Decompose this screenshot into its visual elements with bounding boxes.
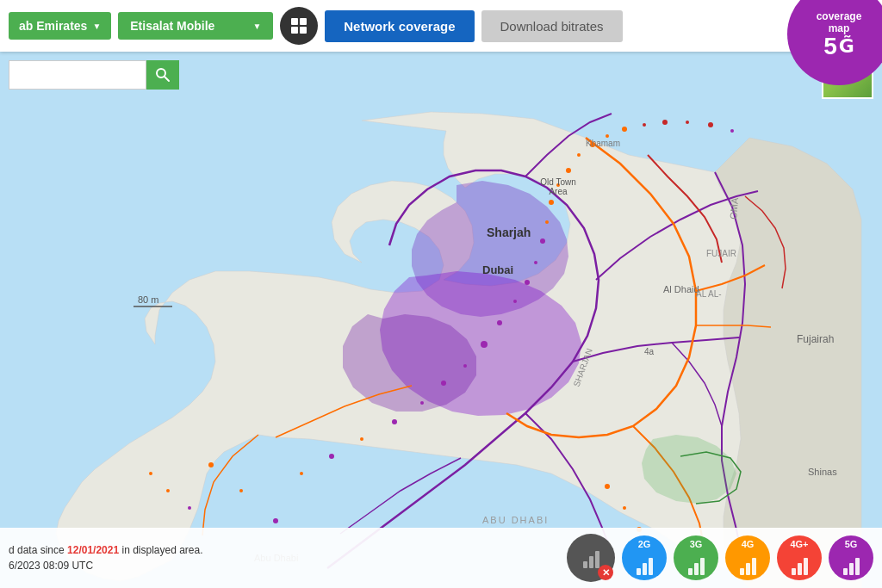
data-date: 12/01/2021 xyxy=(67,544,119,556)
svg-point-22 xyxy=(540,238,545,244)
legend-3g[interactable]: 3G xyxy=(674,535,718,580)
network-coverage-button[interactable]: Network coverage xyxy=(325,10,474,42)
svg-point-19 xyxy=(513,300,517,303)
svg-text:Fujairah: Fujairah xyxy=(797,333,834,345)
country-selector[interactable]: ab Emirates ▼ xyxy=(9,12,111,40)
search-bar xyxy=(9,60,179,90)
legend-2g[interactable]: 2G xyxy=(622,535,667,580)
legend-4g-plus[interactable]: 4G+ xyxy=(777,535,822,580)
map-area[interactable]: Sharjah Dubai Old Town Area Fujairah Al … xyxy=(0,52,882,588)
data-text2: in displayed area. xyxy=(121,544,202,556)
svg-text:ABU DHABI: ABU DHABI xyxy=(482,515,549,525)
svg-text:FUJAIR: FUJAIR xyxy=(706,249,736,258)
svg-point-17 xyxy=(481,341,488,348)
search-input[interactable] xyxy=(9,60,146,90)
svg-text:Khamam: Khamam xyxy=(586,139,620,148)
svg-text:80 m: 80 m xyxy=(138,294,158,305)
svg-point-37 xyxy=(166,489,170,492)
legend-4g-plus-label: 4G+ xyxy=(790,539,808,549)
svg-point-29 xyxy=(606,134,609,138)
svg-point-10 xyxy=(300,472,303,475)
svg-point-23 xyxy=(545,220,549,224)
svg-text:Old Town: Old Town xyxy=(540,177,576,187)
svg-point-18 xyxy=(497,320,502,325)
svg-point-24 xyxy=(549,200,554,205)
svg-point-7 xyxy=(208,462,214,467)
svg-point-30 xyxy=(622,127,627,132)
legend-2g-label: 2G xyxy=(638,539,651,549)
svg-text:Sharjah: Sharjah xyxy=(487,226,531,239)
svg-point-20 xyxy=(525,280,530,285)
coverage-badge-line1: coverage xyxy=(817,10,862,22)
svg-text:Area: Area xyxy=(549,187,568,196)
svg-point-33 xyxy=(686,121,689,124)
svg-rect-0 xyxy=(291,18,298,25)
legend-5g[interactable]: 5G xyxy=(829,535,873,580)
coverage-x-icon: ✕ xyxy=(598,565,613,580)
svg-text:Dubai: Dubai xyxy=(482,263,513,276)
svg-point-36 xyxy=(149,472,152,475)
svg-point-21 xyxy=(534,261,537,264)
coverage-badge-5g: 5 xyxy=(823,34,837,59)
legend-5g-label: 5G xyxy=(845,539,858,549)
coverage-wifi-icon: G̃ xyxy=(839,35,854,58)
svg-point-13 xyxy=(392,419,397,424)
svg-point-31 xyxy=(643,123,646,127)
operator-label: Etisalat Mobile xyxy=(130,19,214,33)
svg-point-26 xyxy=(566,168,571,173)
coverage-toggle-button[interactable]: ✕ xyxy=(567,534,615,582)
svg-point-38 xyxy=(188,506,191,510)
svg-rect-2 xyxy=(291,27,298,34)
svg-point-9 xyxy=(273,518,278,523)
data-info: d data since 12/01/2021 in displayed are… xyxy=(9,542,558,573)
svg-point-35 xyxy=(730,129,734,133)
legend-4g[interactable]: 4G xyxy=(725,535,770,580)
svg-point-39 xyxy=(605,484,610,489)
svg-point-40 xyxy=(623,506,626,510)
svg-line-5 xyxy=(165,77,169,81)
expand-button[interactable] xyxy=(280,7,318,45)
svg-rect-1 xyxy=(300,18,307,25)
svg-point-14 xyxy=(420,401,424,405)
legend-3g-label: 3G xyxy=(690,539,703,549)
download-bitrates-button[interactable]: Download bitrates xyxy=(481,10,623,42)
bottom-bar: d data since 12/01/2021 in displayed are… xyxy=(0,528,882,588)
svg-text:Al Dhaid: Al Dhaid xyxy=(663,284,699,294)
svg-text:OMA: OMA xyxy=(728,197,740,220)
svg-text:4a: 4a xyxy=(644,347,655,356)
country-label: ab Emirates xyxy=(19,19,87,33)
svg-point-34 xyxy=(708,122,713,127)
operator-selector[interactable]: Etisalat Mobile ▼ xyxy=(118,12,273,40)
operator-arrow: ▼ xyxy=(252,22,261,31)
svg-point-11 xyxy=(329,454,334,459)
legend-4g-label: 4G xyxy=(742,539,755,549)
data-datetime: 6/2023 08:09 UTC xyxy=(9,560,93,572)
svg-text:Shinas: Shinas xyxy=(808,467,837,477)
svg-point-32 xyxy=(662,120,668,125)
legend-items: ✕ 2G 3G xyxy=(567,534,873,582)
svg-point-12 xyxy=(360,437,363,441)
header: ab Emirates ▼ Etisalat Mobile ▼ Network … xyxy=(0,0,882,52)
svg-point-15 xyxy=(441,381,446,386)
country-arrow: ▼ xyxy=(92,22,101,31)
svg-point-8 xyxy=(239,489,243,492)
svg-text:AL AL-: AL AL- xyxy=(696,289,722,299)
svg-point-27 xyxy=(577,153,581,157)
svg-point-16 xyxy=(463,364,467,368)
data-text: d data since xyxy=(9,544,65,556)
svg-rect-3 xyxy=(300,27,307,34)
search-button[interactable] xyxy=(146,60,179,90)
